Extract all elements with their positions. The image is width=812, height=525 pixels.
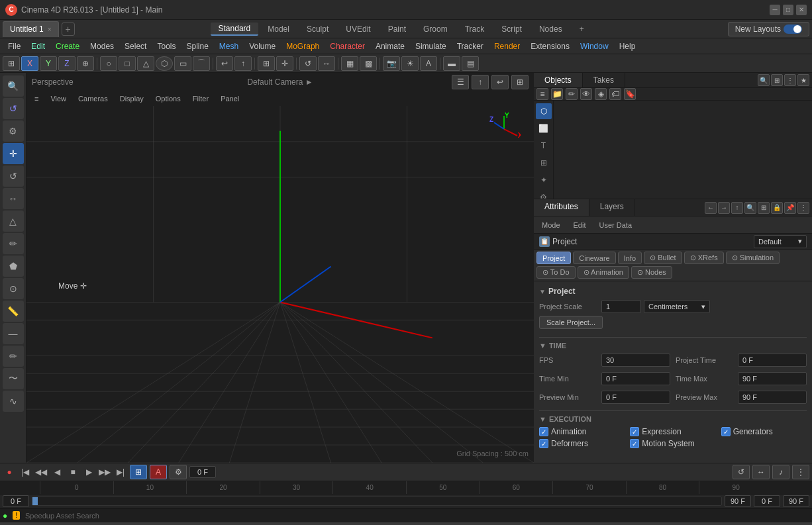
transport-record[interactable]: ● xyxy=(3,465,16,479)
time-min-value[interactable]: 0 F xyxy=(601,372,670,385)
sidebar-icon-paint[interactable]: ⬟ xyxy=(3,256,24,277)
obj-tool-edit[interactable]: ✏ xyxy=(566,88,578,100)
sidebar-icon-brush[interactable]: ✏ xyxy=(3,233,24,254)
menu-render[interactable]: Render xyxy=(489,40,525,52)
tool-mat[interactable]: A xyxy=(420,56,437,71)
vp-menu-display[interactable]: Display xyxy=(115,93,149,104)
r-icon-poly[interactable]: ⬡ xyxy=(536,103,552,119)
exec-expression-checkbox[interactable]: ✓ xyxy=(630,427,639,436)
sub-tab-animation[interactable]: ⊙ Animation xyxy=(578,266,629,279)
menu-simulate[interactable]: Simulate xyxy=(410,40,452,52)
transport-auto-key[interactable]: A xyxy=(150,465,167,479)
obj-tool-file[interactable]: 📁 xyxy=(551,88,563,100)
current-time-display[interactable]: 0 F xyxy=(189,466,216,478)
doc-tab-close[interactable]: × xyxy=(48,26,52,33)
menu-help[interactable]: Help xyxy=(614,40,641,52)
transport-go-end[interactable]: ▶| xyxy=(114,465,127,479)
obj-tool-tags[interactable]: 🏷 xyxy=(609,88,621,100)
menu-animate[interactable]: Animate xyxy=(370,40,410,52)
transport-prev[interactable]: ◀ xyxy=(50,465,64,479)
sidebar-icon-search[interactable]: 🔍 xyxy=(3,75,24,97)
menu-mograph[interactable]: MoGraph xyxy=(281,40,325,52)
transport-next[interactable]: ▶▶ xyxy=(98,465,111,479)
sidebar-icon-eyedrop[interactable]: ⊙ xyxy=(3,278,24,299)
project-unit-select[interactable]: Centimeters ▾ xyxy=(644,300,710,313)
r-icon-text[interactable]: T xyxy=(536,138,552,154)
attrs-default-select[interactable]: Default ▾ xyxy=(754,235,807,248)
tool-axis-all[interactable]: ⊕ xyxy=(77,56,94,71)
transport-bounce[interactable]: ↔ xyxy=(752,465,770,479)
transport-audio[interactable]: ♪ xyxy=(772,465,789,479)
scrubber-handle[interactable] xyxy=(32,497,38,505)
menu-window[interactable]: Window xyxy=(575,40,614,52)
layout-tab-nodes[interactable]: Nodes xyxy=(531,23,570,35)
tool-grid[interactable]: ⊞ xyxy=(258,56,275,71)
attrs-more-btn[interactable]: ⋮ xyxy=(797,202,809,214)
vp-menu-view[interactable]: View xyxy=(45,93,72,104)
sidebar-icon-magnet[interactable]: — xyxy=(3,323,24,344)
new-tab-button[interactable]: + xyxy=(62,23,75,36)
exec-animation-checkbox[interactable]: ✓ xyxy=(539,427,548,436)
transport-go-start[interactable]: |◀ xyxy=(19,465,32,479)
transport-keyframe[interactable]: ⊞ xyxy=(130,465,147,479)
tool-cube[interactable]: □ xyxy=(119,56,136,71)
exec-toggle[interactable]: ▼ xyxy=(539,415,546,423)
attrs-up-btn[interactable]: ↑ xyxy=(731,202,743,214)
tool-palette2[interactable]: ▤ xyxy=(462,56,479,71)
tool-render1[interactable]: ▦ xyxy=(341,56,358,71)
transport-stop[interactable]: ■ xyxy=(66,465,79,479)
menu-tools[interactable]: Tools xyxy=(152,40,181,52)
obj-tool-bookmarks[interactable]: 🔖 xyxy=(624,88,636,100)
viewport-cam-ctrl3[interactable]: ⊞ xyxy=(511,75,529,89)
sub-tab-todo[interactable]: ⊙ To Do xyxy=(536,266,576,279)
tool-move[interactable]: ✛ xyxy=(276,56,293,71)
transport-settings[interactable]: ⚙ xyxy=(170,465,187,479)
timeline-start-left[interactable]: 0 F xyxy=(3,495,29,507)
tool-rotate[interactable]: ↺ xyxy=(299,56,317,71)
sidebar-icon-measure[interactable]: 📏 xyxy=(3,301,24,322)
scale-project-button[interactable]: Scale Project... xyxy=(539,316,603,329)
tool-spline-arc[interactable]: ⌒ xyxy=(193,56,210,71)
close-button[interactable]: ✕ xyxy=(796,5,807,15)
exec-generators-checkbox[interactable]: ✓ xyxy=(721,427,731,436)
layout-tab-uvedit[interactable]: UVEdit xyxy=(338,23,378,35)
vp-menu-filter[interactable]: Filter xyxy=(187,93,214,104)
r-icon-star[interactable]: ✦ xyxy=(536,172,552,188)
preview-max-value[interactable]: 90 F xyxy=(738,391,807,404)
transport-play[interactable]: ▶ xyxy=(82,465,95,479)
preview-min-value[interactable]: 0 F xyxy=(601,391,670,404)
project-scale-value[interactable]: 1 xyxy=(601,300,641,313)
mode-btn-mode[interactable]: Mode xyxy=(536,220,566,230)
new-layouts-button[interactable]: New Layouts xyxy=(728,22,809,36)
mode-btn-edit[interactable]: Edit xyxy=(568,220,591,230)
sidebar-icon-scale[interactable]: ↺ xyxy=(3,166,24,187)
objects-search-btn[interactable]: 🔍 xyxy=(758,74,770,86)
viewport-cam-ctrl2[interactable]: ↩ xyxy=(491,75,509,89)
transport-more[interactable]: ⋮ xyxy=(792,465,809,479)
project-toggle[interactable]: ▼ xyxy=(539,288,546,295)
time-max-value[interactable]: 90 F xyxy=(738,372,807,385)
layout-tab-sculpt[interactable]: Sculpt xyxy=(299,23,336,35)
sub-tab-bullet[interactable]: ⊙ Bullet xyxy=(644,252,682,264)
attrs-pin-btn[interactable]: 📌 xyxy=(784,202,796,214)
attrs-fwd-btn[interactable]: → xyxy=(718,202,730,214)
mode-btn-userdata[interactable]: User Data xyxy=(594,220,638,230)
menu-file[interactable]: File xyxy=(3,40,26,52)
sidebar-icon-rotate2[interactable]: ↔ xyxy=(3,188,24,209)
tab-objects[interactable]: Objects xyxy=(534,73,583,87)
layout-tab-paint[interactable]: Paint xyxy=(380,23,414,35)
sidebar-icon-pen[interactable]: ✏ xyxy=(3,346,24,367)
viewport[interactable]: Perspective Default Camera ► ☰ ↑ ↩ ⊞ ≡ V… xyxy=(26,73,534,463)
obj-tool-obj[interactable]: ◈ xyxy=(595,88,607,100)
sidebar-icon-settings[interactable]: ⚙ xyxy=(3,120,24,142)
sub-tab-project[interactable]: Project xyxy=(536,252,571,264)
vp-menu-panel[interactable]: Panel xyxy=(215,93,244,104)
tab-takes[interactable]: Takes xyxy=(583,73,625,87)
tool-bend[interactable]: ↩ xyxy=(216,56,233,71)
tab-layers[interactable]: Layers xyxy=(589,199,635,216)
timeline-end2[interactable]: 90 F xyxy=(783,495,809,507)
transport-loop[interactable]: ↺ xyxy=(733,465,750,479)
doc-tab-untitled[interactable]: Untitled 1 × xyxy=(3,21,59,37)
tool-render2[interactable]: ▩ xyxy=(360,56,377,71)
layout-tab-model[interactable]: Model xyxy=(260,23,297,35)
